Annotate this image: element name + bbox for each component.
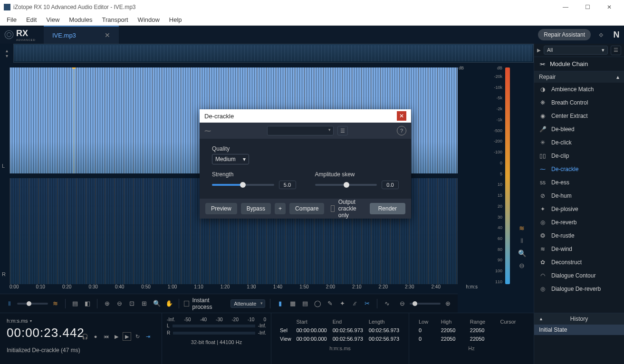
time-sel-icon[interactable]: ▮: [275, 298, 285, 309]
sidebar-menu-icon[interactable]: ☰: [611, 46, 621, 55]
strength-slider[interactable]: [212, 184, 274, 186]
module-filter-select[interactable]: All▾: [544, 46, 608, 55]
menu-window[interactable]: Window: [133, 15, 164, 24]
curve-icon[interactable]: ∿: [382, 298, 392, 309]
playhead[interactable]: [74, 67, 74, 173]
play-sel-icon[interactable]: ▶: [123, 332, 131, 341]
module-de-click[interactable]: ✳De-click: [534, 136, 624, 149]
minimize-button[interactable]: —: [555, 0, 576, 14]
brand-n-icon[interactable]: N: [610, 29, 623, 41]
time-format-select[interactable]: h:m:s.ms: [7, 318, 155, 324]
module-de-reverb[interactable]: ◎De-reverb: [534, 216, 624, 229]
view-end[interactable]: 00:02:56.973: [331, 335, 366, 343]
menu-help[interactable]: Help: [164, 15, 187, 24]
menu-file[interactable]: File: [2, 15, 21, 24]
menu-modules[interactable]: Modules: [64, 15, 97, 24]
menu-view[interactable]: View: [41, 15, 64, 24]
zoom-in-icon[interactable]: 🔍: [518, 249, 526, 257]
deselect-icon[interactable]: ✂: [363, 298, 372, 309]
module-de-clip[interactable]: ▯▯De-clip: [534, 149, 624, 163]
tf-sel-icon[interactable]: ▦: [288, 298, 298, 309]
markers-icon[interactable]: ◧: [83, 298, 92, 309]
module-breath-control[interactable]: ❋Breath Control: [534, 96, 624, 109]
quality-select[interactable]: Medium▾: [212, 154, 249, 164]
add-button[interactable]: +: [275, 203, 286, 214]
zoom-tool-icon[interactable]: 🔍: [152, 298, 162, 309]
view-len[interactable]: 00:02:56.973: [367, 335, 402, 343]
menu-transport[interactable]: Transport: [97, 15, 133, 24]
harmonic-icon[interactable]: ⫽: [350, 298, 360, 309]
skew-slider[interactable]: [315, 184, 377, 186]
zoom-fit-icon[interactable]: ⊞: [140, 298, 149, 309]
zoom-in2-icon[interactable]: ⊕: [443, 298, 453, 309]
link-icon[interactable]: ⟐: [595, 29, 607, 41]
zoom-out-icon[interactable]: ⊖: [115, 298, 124, 309]
sel-len[interactable]: 00:02:56.973: [367, 326, 402, 334]
zoom-in-icon[interactable]: ⊕: [102, 298, 112, 309]
freq-range[interactable]: 22050: [467, 326, 497, 334]
brush-icon[interactable]: ✎: [325, 298, 335, 309]
instant-process-checkbox[interactable]: [184, 301, 189, 307]
module-de-hum[interactable]: ⊘De-hum: [534, 189, 624, 202]
preset-select[interactable]: [267, 126, 334, 135]
mode-waveform-icon[interactable]: ≋: [519, 224, 525, 232]
help-icon[interactable]: ?: [397, 126, 406, 135]
module-de-rustle[interactable]: ❂De-rustle: [534, 229, 624, 242]
opacity-slider[interactable]: [17, 303, 48, 305]
lasso-icon[interactable]: ◯: [313, 298, 322, 309]
file-tab[interactable]: IVE.mp3 ✕: [44, 26, 119, 44]
module-dialogue-de-reverb[interactable]: ◎Dialogue De-reverb: [534, 282, 624, 296]
preset-menu-icon[interactable]: ☰: [337, 126, 348, 135]
history-header[interactable]: ▲History: [534, 313, 624, 325]
module-ambience-match[interactable]: ◑Ambience Match: [534, 83, 624, 96]
dialog-titlebar[interactable]: De-crackle ✕: [200, 109, 411, 123]
record-icon[interactable]: ●: [91, 332, 100, 341]
zoom-slider[interactable]: [410, 303, 440, 305]
module-de-plosive[interactable]: ✦De-plosive: [534, 202, 624, 216]
close-button[interactable]: ✕: [598, 0, 620, 14]
module-de-bleed[interactable]: 🎤De-bleed: [534, 123, 624, 136]
zoom-sel-icon[interactable]: ⊡: [127, 298, 137, 309]
layers-icon[interactable]: ▤: [70, 298, 80, 309]
overview-controls[interactable]: ▴▾: [0, 44, 13, 63]
mode-spectro-icon[interactable]: ⫴: [520, 237, 523, 245]
module-deconstruct[interactable]: ✿Deconstruct: [534, 256, 624, 269]
skew-value[interactable]: 0.0: [382, 181, 399, 189]
bypass-button[interactable]: Bypass: [241, 203, 271, 214]
freq-sel-icon[interactable]: ▤: [300, 298, 310, 309]
maximize-button[interactable]: ☐: [576, 0, 598, 14]
waveform-view-icon[interactable]: ⫴: [5, 298, 14, 309]
sel-start[interactable]: 00:00:00.000: [295, 326, 330, 334]
freq-high[interactable]: 22050: [438, 326, 466, 334]
sidebar-section-repair[interactable]: Repair▴: [534, 71, 624, 83]
render-button[interactable]: Render: [370, 203, 405, 214]
freq-high2[interactable]: 22050: [438, 335, 466, 343]
zoom-out-icon[interactable]: ⊖: [519, 262, 525, 269]
sel-end[interactable]: 00:02:56.973: [331, 326, 366, 334]
menu-edit[interactable]: Edit: [21, 15, 41, 24]
follow-icon[interactable]: ⇥: [144, 332, 152, 341]
spectro-view-icon[interactable]: ≋: [51, 298, 60, 309]
freq-low2[interactable]: 0: [416, 335, 437, 343]
timeline-ruler[interactable]: 0:000:100:200:300:400:501:001:101:201:30…: [10, 284, 458, 292]
process-mode-select[interactable]: Attenuate: [230, 299, 265, 308]
output-crackle-checkbox[interactable]: [331, 205, 334, 212]
rewind-icon[interactable]: ⏮: [102, 332, 110, 341]
module-dialogue-contour[interactable]: ◠Dialogue Contour: [534, 269, 624, 282]
zoom-out2-icon[interactable]: ⊖: [397, 298, 407, 309]
strength-value[interactable]: 5.0: [279, 181, 296, 189]
headphones-icon[interactable]: 🎧: [81, 332, 89, 341]
play-icon[interactable]: ▶: [112, 332, 121, 341]
history-item[interactable]: Initial State: [534, 325, 624, 335]
freq-range2[interactable]: 22050: [467, 335, 497, 343]
dialog-close-button[interactable]: ✕: [397, 111, 406, 121]
preview-button[interactable]: Preview: [205, 203, 237, 214]
wand-icon[interactable]: ✦: [337, 298, 347, 309]
module-de-ess[interactable]: ssDe-ess: [534, 176, 624, 189]
module-center-extract[interactable]: ◉Center Extract: [534, 109, 624, 123]
grab-icon[interactable]: ✋: [164, 298, 174, 309]
tab-close-icon[interactable]: ✕: [105, 31, 110, 39]
compare-button[interactable]: Compare: [289, 203, 324, 214]
view-start[interactable]: 00:00:00.000: [295, 335, 330, 343]
overview-waveform[interactable]: [13, 44, 534, 63]
